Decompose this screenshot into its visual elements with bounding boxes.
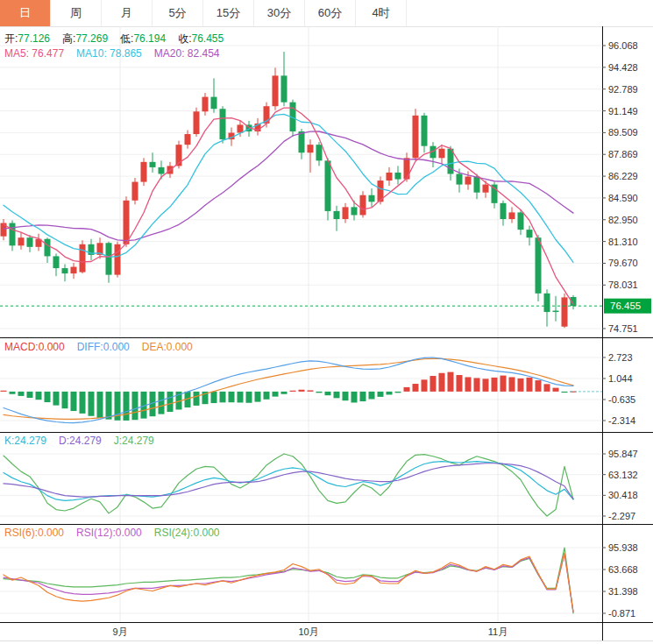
month-axis-label: 10月 (298, 626, 318, 637)
axis-tick-label: 89.509 (608, 127, 638, 138)
rsi24-line (4, 548, 573, 613)
axis-tick-label: 30.418 (608, 490, 638, 500)
trading-app-window: 日 周 月 5分 15分 30分 60分 4时 96.06894.42892.7… (0, 0, 653, 644)
tab-30min[interactable]: 30分 (254, 0, 305, 26)
k-line (4, 462, 573, 501)
axis-tick-label: -0.635 (608, 394, 635, 405)
timeframe-tab-bar: 日 周 月 5分 15分 30分 60分 4时 (0, 0, 653, 27)
month-axis-label: 11月 (488, 626, 507, 637)
axis-tick-label: 31.398 (608, 586, 638, 597)
tab-week[interactable]: 周 (51, 0, 102, 26)
axis-tick-label: 74.751 (608, 323, 638, 334)
candles-layer (1, 52, 577, 328)
tab-day[interactable]: 日 (0, 0, 51, 26)
rsi12-line (4, 554, 573, 612)
axis-tick-label: 87.869 (608, 149, 638, 159)
tab-15min[interactable]: 15分 (203, 0, 254, 26)
chart-canvas[interactable]: 96.06894.42892.78991.14989.50987.86986.2… (0, 26, 653, 644)
axis-tick-label: 94.428 (608, 62, 638, 73)
tab-4hour[interactable]: 4时 (356, 0, 407, 26)
axis-tick-label: 96.068 (608, 40, 638, 51)
tab-60min[interactable]: 60分 (305, 0, 356, 26)
axis-tick-label: 84.590 (608, 193, 638, 203)
tab-5min[interactable]: 5分 (153, 0, 203, 26)
month-axis-label: 9月 (112, 626, 127, 637)
rsi6-line (4, 553, 573, 612)
tab-month[interactable]: 月 (102, 0, 153, 26)
axis-tick-label: 63.668 (608, 564, 638, 575)
axis-tick-label: 79.670 (608, 258, 638, 268)
axis-tick-label: 86.229 (608, 171, 638, 181)
axis-tick-label: 63.132 (608, 470, 638, 480)
axis-tick-label: 95.847 (608, 449, 638, 459)
axis-tick-label: -2.314 (608, 415, 635, 426)
axis-tick-label: 95.938 (608, 542, 638, 553)
axis-tick-label: 2.723 (608, 352, 633, 363)
axis-tick-label: 82.950 (608, 215, 638, 225)
axis-tick-label: 81.310 (608, 237, 638, 247)
axis-tick-label: 78.031 (608, 280, 638, 290)
ma5-line (4, 108, 573, 304)
axis-tick-label: -0.871 (608, 608, 635, 619)
axis-tick-label: 91.149 (608, 106, 638, 117)
axis-tick-label: -2.297 (608, 511, 635, 521)
current-price-badge-label: 76.455 (610, 301, 641, 311)
axis-tick-label: 92.789 (608, 84, 638, 95)
chart-area[interactable]: 96.06894.42892.78991.14989.50987.86986.2… (0, 26, 653, 644)
axis-tick-label: 1.044 (608, 373, 633, 384)
macd-layer (1, 372, 577, 421)
